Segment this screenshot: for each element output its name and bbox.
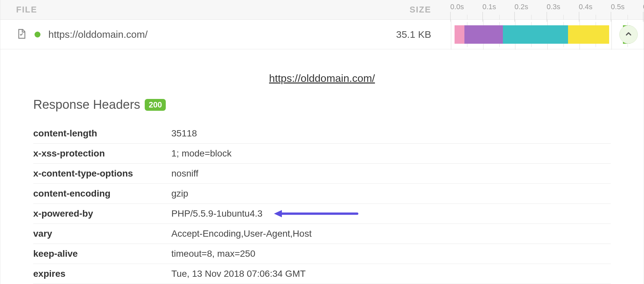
- header-value: timeout=8, max=250: [171, 244, 611, 264]
- header-row: expiresTue, 13 Nov 2018 07:06:34 GMT: [33, 264, 611, 284]
- timeline-minor-tick: [467, 15, 467, 20]
- header-value: PHP/5.5.9-1ubuntu4.3: [171, 204, 611, 224]
- header-row: x-powered-byPHP/5.5.9-1ubuntu4.3: [33, 204, 611, 224]
- header-row: keep-alivetimeout=8, max=250: [33, 244, 611, 264]
- header-key: content-length: [33, 124, 171, 144]
- headers-table: content-length35118x-xss-protection1; mo…: [33, 124, 611, 284]
- header-row: content-length35118: [33, 124, 611, 144]
- file-cell: https://olddomain.com/: [0, 29, 336, 40]
- header-value: Accept-Encoding,User-Agent,Host: [171, 224, 611, 244]
- timeline-tick: 0.0s: [450, 3, 464, 11]
- col-size: SIZE: [336, 5, 451, 15]
- waterfall-segment: [503, 25, 568, 44]
- status-dot-icon: [35, 32, 40, 37]
- header-value: 35118: [171, 124, 611, 144]
- timeline-minor-tick: [499, 15, 500, 20]
- timeline-tick: 0.4s: [579, 3, 593, 11]
- header-row: content-encodinggzip: [33, 184, 611, 204]
- timeline-minor-tick: [628, 15, 628, 20]
- collapse-button[interactable]: [619, 25, 638, 44]
- header-key: x-xss-protection: [33, 144, 171, 164]
- chevron-up-icon: [624, 30, 633, 39]
- waterfall-segment: [568, 25, 609, 44]
- waterfall-bar: [451, 25, 644, 44]
- header-row: x-content-type-optionsnosniff: [33, 164, 611, 184]
- svg-marker-1: [274, 210, 282, 217]
- header-key: x-powered-by: [33, 204, 171, 224]
- response-headers-title: Response Headers: [33, 98, 140, 112]
- header-value: 1; mode=block: [171, 144, 611, 164]
- timeline-tick: 0.3s: [547, 3, 560, 11]
- timeline-minor-tick: [596, 15, 596, 20]
- timeline-axis: 0.0s0.1s0.2s0.3s0.4s0.5s0.6: [451, 0, 644, 19]
- header-row: varyAccept-Encoding,User-Agent,Host: [33, 224, 611, 244]
- document-icon: [16, 29, 27, 40]
- detail-url-link[interactable]: https://olddomain.com/: [33, 72, 611, 84]
- timeline-minor-tick: [531, 15, 532, 20]
- request-url: https://olddomain.com/: [48, 29, 148, 40]
- timeline-minor-tick: [563, 15, 564, 20]
- table-header: FILE SIZE 0.0s0.1s0.2s0.3s0.4s0.5s0.6: [0, 0, 644, 20]
- waterfall-segment: [455, 25, 464, 44]
- timeline-tick: 0.1s: [483, 3, 496, 11]
- status-badge: 200: [145, 99, 166, 111]
- network-panel: FILE SIZE 0.0s0.1s0.2s0.3s0.4s0.5s0.6 ht…: [0, 0, 644, 284]
- header-key: x-content-type-options: [33, 164, 171, 184]
- request-row[interactable]: https://olddomain.com/ 35.1 KB: [0, 20, 644, 49]
- header-key: expires: [33, 264, 171, 284]
- header-value: gzip: [171, 184, 611, 204]
- timeline-tick: 0.2s: [514, 3, 528, 11]
- detail-panel: https://olddomain.com/ Response Headers …: [0, 49, 644, 284]
- col-file: FILE: [0, 5, 336, 15]
- waterfall-segment: [464, 25, 503, 44]
- header-key: keep-alive: [33, 244, 171, 264]
- section-title-row: Response Headers 200: [33, 98, 611, 112]
- arrow-annotation-icon: [273, 209, 359, 219]
- header-key: vary: [33, 224, 171, 244]
- timeline-tick: 0.5s: [611, 3, 625, 11]
- request-size: 35.1 KB: [336, 29, 451, 40]
- header-key: content-encoding: [33, 184, 171, 204]
- header-row: x-xss-protection1; mode=block: [33, 144, 611, 164]
- header-value: nosniff: [171, 164, 611, 184]
- header-value: Tue, 13 Nov 2018 07:06:34 GMT: [171, 264, 611, 284]
